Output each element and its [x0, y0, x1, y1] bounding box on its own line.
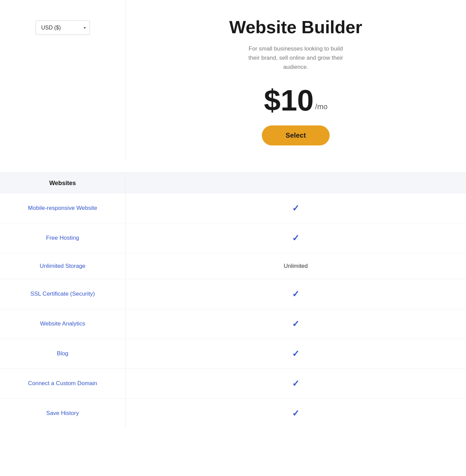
feature-row: Mobile-responsive Website✓ — [0, 194, 466, 223]
feature-value-col: ✓ — [125, 309, 466, 339]
feature-label-col: Connect a Custom Domain — [0, 369, 125, 398]
feature-label: Connect a Custom Domain — [28, 380, 97, 387]
feature-label-col: Save History — [0, 399, 125, 428]
feature-row: Unlimited StorageUnlimited — [0, 253, 466, 279]
feature-label-col: Mobile-responsive Website — [0, 194, 125, 223]
feature-value-col: ✓ — [125, 339, 466, 369]
price-period: /mo — [315, 102, 328, 111]
checkmark-icon: ✓ — [292, 289, 299, 299]
feature-row: Blog✓ — [0, 339, 466, 369]
feature-value-col: ✓ — [125, 194, 466, 223]
section-header-right — [125, 173, 466, 194]
feature-label-col: SSL Certificate (Security) — [0, 279, 125, 309]
checkmark-icon: ✓ — [292, 233, 299, 243]
feature-label-col: Free Hosting — [0, 223, 125, 253]
section-header: Websites — [0, 173, 466, 194]
feature-value-col: Unlimited — [125, 253, 466, 279]
feature-label-col: Unlimited Storage — [0, 253, 125, 279]
feature-row: Free Hosting✓ — [0, 223, 466, 253]
feature-rows-container: Mobile-responsive Website✓Free Hosting✓U… — [0, 194, 466, 428]
checkmark-icon: ✓ — [292, 349, 299, 359]
feature-row: Save History✓ — [0, 399, 466, 428]
checkmark-icon: ✓ — [292, 203, 299, 214]
feature-value-col: ✓ — [125, 223, 466, 253]
price-block: $10 /mo — [264, 85, 328, 115]
feature-label: Free Hosting — [46, 235, 79, 241]
feature-label-col: Website Analytics — [0, 309, 125, 339]
feature-label: Mobile-responsive Website — [28, 205, 97, 212]
right-column: Website Builder For small businesses loo… — [125, 0, 466, 159]
features-section: Websites Mobile-responsive Website✓Free … — [0, 173, 466, 428]
price-amount: $10 — [264, 85, 314, 115]
feature-value-col: ✓ — [125, 369, 466, 398]
section-header-label: Websites — [49, 180, 76, 187]
feature-label: SSL Certificate (Security) — [30, 291, 95, 297]
feature-label: Unlimited Storage — [40, 263, 85, 270]
feature-row: Website Analytics✓ — [0, 309, 466, 339]
currency-selector-wrapper: USD ($) EUR (€) GBP (£) ▾ — [36, 20, 90, 35]
feature-row: Connect a Custom Domain✓ — [0, 369, 466, 399]
feature-value-col: ✓ — [125, 279, 466, 309]
page-wrapper: USD ($) EUR (€) GBP (£) ▾ Website Builde… — [0, 0, 466, 476]
feature-value-col: ✓ — [125, 399, 466, 428]
feature-label: Blog — [57, 350, 68, 357]
currency-select[interactable]: USD ($) EUR (€) GBP (£) — [36, 20, 90, 35]
feature-text-value: Unlimited — [284, 263, 308, 270]
checkmark-icon: ✓ — [292, 319, 299, 329]
top-section: USD ($) EUR (€) GBP (£) ▾ Website Builde… — [0, 0, 466, 173]
left-column: USD ($) EUR (€) GBP (£) ▾ — [0, 0, 125, 159]
product-title: Website Builder — [229, 17, 362, 37]
checkmark-icon: ✓ — [292, 378, 299, 389]
feature-label: Website Analytics — [40, 320, 85, 327]
feature-label-col: Blog — [0, 339, 125, 369]
select-button[interactable]: Select — [262, 125, 330, 145]
feature-row: SSL Certificate (Security)✓ — [0, 279, 466, 309]
checkmark-icon: ✓ — [292, 408, 299, 419]
section-header-left: Websites — [0, 173, 125, 194]
feature-label: Save History — [46, 410, 79, 417]
product-description: For small businesses looking to build th… — [245, 44, 347, 72]
